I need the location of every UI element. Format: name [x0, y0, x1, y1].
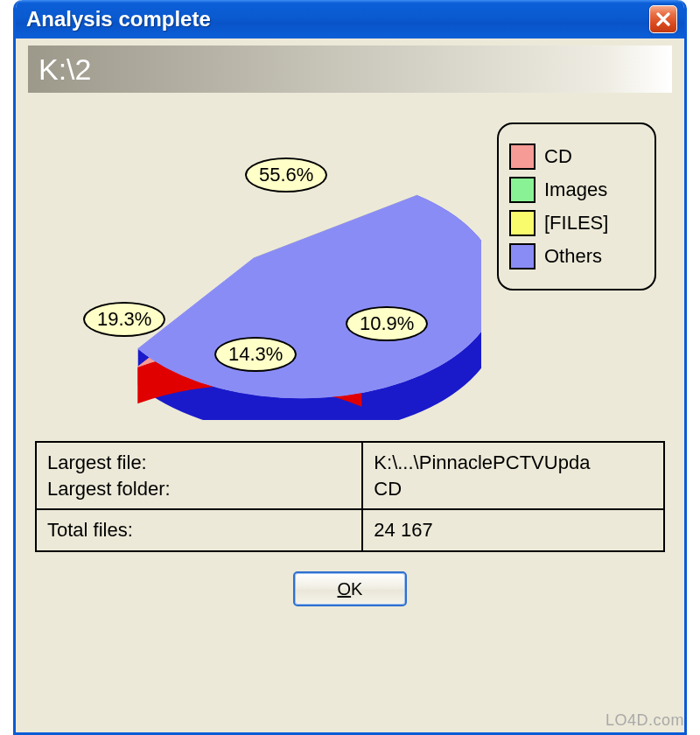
- info-values-cell: K:\...\PinnaclePCTVUpda CD: [362, 442, 664, 509]
- pie-percent-label: 10.9%: [346, 306, 428, 341]
- watermark: LO4D.com: [606, 711, 684, 730]
- legend: CD Images [FILES] Others: [497, 122, 656, 290]
- legend-item: Others: [509, 243, 644, 270]
- legend-item: Images: [509, 177, 644, 203]
- content-area: 19.3%14.3%10.9%55.6% CD Images [FILES] O…: [16, 96, 684, 626]
- legend-swatch-cd: [509, 144, 536, 170]
- legend-swatch-images: [509, 177, 536, 203]
- legend-item: [FILES]: [509, 210, 644, 236]
- pie-percent-label: 55.6%: [245, 158, 327, 192]
- legend-swatch-others: [509, 243, 536, 270]
- ok-underline: O: [338, 579, 352, 598]
- info-table: Largest file: Largest folder: K:\...\Pin…: [35, 441, 665, 552]
- table-row: Largest file: Largest folder: K:\...\Pin…: [36, 442, 664, 509]
- pie-chart: 19.3%14.3%10.9%55.6%: [35, 105, 481, 420]
- table-row: Total files: 24 167: [36, 509, 664, 551]
- close-icon: [655, 11, 671, 27]
- close-button[interactable]: [649, 5, 677, 33]
- dialog-window: Analysis complete K:\2 19.3%14.3%10.9%55…: [13, 0, 687, 735]
- info-labels-cell: Largest file: Largest folder:: [36, 442, 362, 509]
- path-header: K:\2: [28, 46, 672, 93]
- pie-percent-label: 19.3%: [83, 302, 165, 337]
- legend-label: CD: [544, 145, 572, 168]
- window-title: Analysis complete: [26, 7, 649, 32]
- legend-item: CD: [509, 144, 644, 170]
- pie-percent-label: 14.3%: [214, 337, 297, 372]
- ok-rest: K: [351, 579, 362, 598]
- legend-label: [FILES]: [544, 212, 608, 234]
- ok-button[interactable]: OK: [293, 571, 407, 606]
- info-total-value: 24 167: [362, 509, 664, 551]
- path-text: K:\2: [38, 52, 91, 87]
- legend-label: Others: [544, 245, 602, 268]
- legend-swatch-files: [509, 210, 536, 236]
- info-total-label: Total files:: [36, 509, 362, 551]
- legend-label: Images: [544, 178, 607, 201]
- titlebar[interactable]: Analysis complete: [16, 0, 684, 38]
